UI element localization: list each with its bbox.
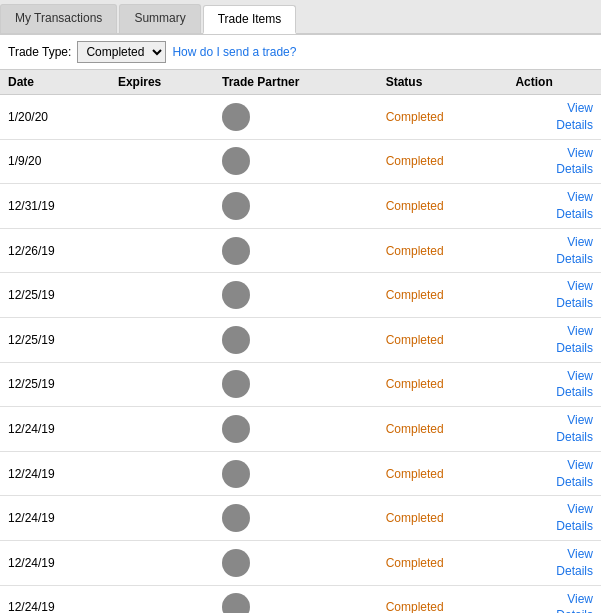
cell-expires — [110, 139, 214, 184]
cell-date: 12/24/19 — [0, 451, 110, 496]
cell-expires — [110, 228, 214, 273]
header-expires: Expires — [110, 70, 214, 95]
header-action: Action — [507, 70, 601, 95]
cell-action[interactable]: ViewDetails — [507, 139, 601, 184]
view-details-link[interactable]: ViewDetails — [515, 234, 593, 268]
cell-date: 12/25/19 — [0, 317, 110, 362]
cell-trade-partner — [214, 585, 378, 613]
cell-action[interactable]: ViewDetails — [507, 184, 601, 229]
avatar — [222, 147, 250, 175]
trade-type-select[interactable]: Completed Pending Active All — [77, 41, 166, 63]
avatar — [222, 415, 250, 443]
table-row: 12/24/19CompletedViewDetails — [0, 407, 601, 452]
tabs-container: My Transactions Summary Trade Items — [0, 0, 601, 35]
cell-expires — [110, 273, 214, 318]
trades-table: Date Expires Trade Partner Status Action… — [0, 70, 601, 613]
cell-action[interactable]: ViewDetails — [507, 540, 601, 585]
cell-status: Completed — [378, 273, 508, 318]
cell-trade-partner — [214, 317, 378, 362]
cell-status: Completed — [378, 317, 508, 362]
avatar — [222, 460, 250, 488]
cell-status: Completed — [378, 540, 508, 585]
tab-trade-items[interactable]: Trade Items — [203, 5, 297, 34]
cell-date: 12/24/19 — [0, 540, 110, 585]
view-details-link[interactable]: ViewDetails — [515, 145, 593, 179]
trade-type-label: Trade Type: — [8, 45, 71, 59]
cell-action[interactable]: ViewDetails — [507, 228, 601, 273]
cell-expires — [110, 451, 214, 496]
cell-trade-partner — [214, 451, 378, 496]
cell-status: Completed — [378, 139, 508, 184]
cell-expires — [110, 585, 214, 613]
cell-action[interactable]: ViewDetails — [507, 451, 601, 496]
header-trade-partner: Trade Partner — [214, 70, 378, 95]
view-details-link[interactable]: ViewDetails — [515, 412, 593, 446]
cell-date: 12/31/19 — [0, 184, 110, 229]
cell-action[interactable]: ViewDetails — [507, 273, 601, 318]
table-row: 12/25/19CompletedViewDetails — [0, 362, 601, 407]
cell-trade-partner — [214, 362, 378, 407]
avatar — [222, 326, 250, 354]
cell-trade-partner — [214, 228, 378, 273]
cell-trade-partner — [214, 540, 378, 585]
cell-status: Completed — [378, 407, 508, 452]
cell-trade-partner — [214, 95, 378, 140]
view-details-link[interactable]: ViewDetails — [515, 501, 593, 535]
cell-date: 12/25/19 — [0, 362, 110, 407]
cell-action[interactable]: ViewDetails — [507, 585, 601, 613]
tab-summary[interactable]: Summary — [119, 4, 200, 33]
view-details-link[interactable]: ViewDetails — [515, 189, 593, 223]
cell-status: Completed — [378, 451, 508, 496]
table-row: 12/24/19CompletedViewDetails — [0, 540, 601, 585]
avatar — [222, 192, 250, 220]
cell-action[interactable]: ViewDetails — [507, 407, 601, 452]
avatar — [222, 103, 250, 131]
header-status: Status — [378, 70, 508, 95]
cell-status: Completed — [378, 496, 508, 541]
cell-date: 1/20/20 — [0, 95, 110, 140]
cell-status: Completed — [378, 95, 508, 140]
cell-action[interactable]: ViewDetails — [507, 317, 601, 362]
table-row: 12/26/19CompletedViewDetails — [0, 228, 601, 273]
cell-trade-partner — [214, 273, 378, 318]
view-details-link[interactable]: ViewDetails — [515, 278, 593, 312]
cell-trade-partner — [214, 496, 378, 541]
cell-date: 12/24/19 — [0, 496, 110, 541]
table-row: 12/25/19CompletedViewDetails — [0, 317, 601, 362]
tab-bar: My Transactions Summary Trade Items — [0, 0, 601, 35]
header-date: Date — [0, 70, 110, 95]
cell-date: 12/24/19 — [0, 407, 110, 452]
cell-status: Completed — [378, 228, 508, 273]
toolbar: Trade Type: Completed Pending Active All… — [0, 35, 601, 70]
view-details-link[interactable]: ViewDetails — [515, 323, 593, 357]
table-row: 12/25/19CompletedViewDetails — [0, 273, 601, 318]
cell-trade-partner — [214, 139, 378, 184]
view-details-link[interactable]: ViewDetails — [515, 546, 593, 580]
cell-action[interactable]: ViewDetails — [507, 362, 601, 407]
cell-status: Completed — [378, 362, 508, 407]
cell-action[interactable]: ViewDetails — [507, 496, 601, 541]
view-details-link[interactable]: ViewDetails — [515, 368, 593, 402]
avatar — [222, 237, 250, 265]
cell-action[interactable]: ViewDetails — [507, 95, 601, 140]
cell-expires — [110, 95, 214, 140]
cell-date: 1/9/20 — [0, 139, 110, 184]
cell-expires — [110, 184, 214, 229]
cell-expires — [110, 496, 214, 541]
avatar — [222, 593, 250, 613]
avatar — [222, 504, 250, 532]
view-details-link[interactable]: ViewDetails — [515, 457, 593, 491]
cell-trade-partner — [214, 184, 378, 229]
cell-trade-partner — [214, 407, 378, 452]
avatar — [222, 281, 250, 309]
table-row: 12/24/19CompletedViewDetails — [0, 451, 601, 496]
table-row: 12/31/19CompletedViewDetails — [0, 184, 601, 229]
help-link[interactable]: How do I send a trade? — [172, 45, 296, 59]
cell-date: 12/25/19 — [0, 273, 110, 318]
view-details-link[interactable]: ViewDetails — [515, 100, 593, 134]
view-details-link[interactable]: ViewDetails — [515, 591, 593, 613]
table-row: 1/9/20CompletedViewDetails — [0, 139, 601, 184]
cell-date: 12/24/19 — [0, 585, 110, 613]
tab-my-transactions[interactable]: My Transactions — [0, 4, 117, 33]
avatar — [222, 370, 250, 398]
